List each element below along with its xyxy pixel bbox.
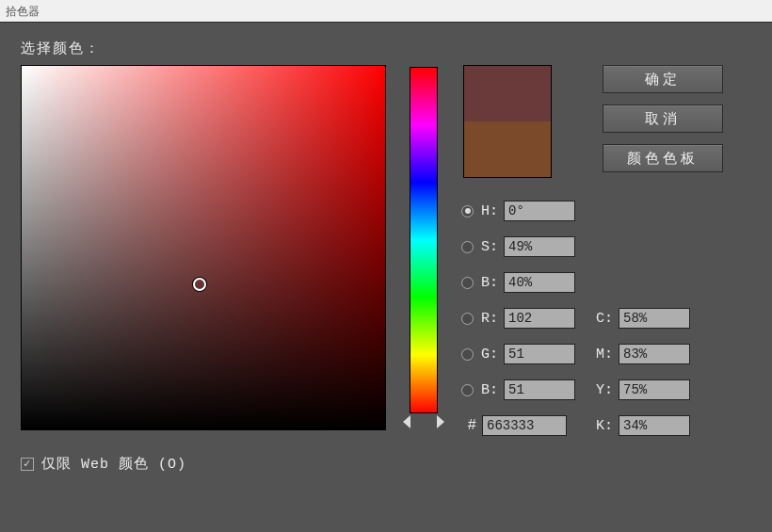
label-y: Y: [594, 382, 613, 398]
input-brgb[interactable]: 51 [504, 379, 575, 400]
saturation-value-field[interactable] [21, 65, 386, 430]
input-s[interactable]: 49% [504, 236, 575, 257]
hue-handle[interactable] [403, 415, 444, 428]
input-g[interactable]: 51 [504, 344, 575, 364]
hsb-rgb-column: H: 0° S: 49% B: 40% R: [461, 199, 575, 438]
radio-brgb[interactable] [461, 384, 474, 396]
web-only-row: ✓ 仅限 Web 颜色 (O) [21, 455, 751, 473]
radio-h[interactable] [461, 205, 474, 218]
new-color-swatch[interactable] [464, 66, 551, 121]
swatches-button[interactable]: 颜色色板 [603, 144, 723, 172]
input-r[interactable]: 102 [504, 308, 575, 329]
input-y[interactable]: 75% [619, 379, 690, 400]
sv-marker[interactable] [193, 278, 206, 291]
radio-b[interactable] [461, 277, 474, 289]
label-c: C: [594, 311, 613, 327]
input-m[interactable]: 83% [619, 344, 690, 364]
current-color-swatch[interactable] [464, 121, 551, 177]
input-bhsb[interactable]: 40% [504, 272, 575, 293]
hue-tri-left-icon [403, 415, 410, 428]
input-h[interactable]: 0° [504, 201, 575, 221]
radio-s[interactable] [461, 241, 474, 253]
web-only-label: 仅限 Web 颜色 (O) [41, 455, 186, 473]
hue-column [403, 65, 444, 438]
select-color-label: 选择颜色： [21, 40, 751, 57]
ok-button[interactable]: 确定 [603, 65, 723, 93]
label-s: S: [479, 239, 498, 255]
radio-r[interactable] [461, 313, 474, 325]
label-k: K: [594, 418, 613, 434]
window-title: 拾色器 [6, 5, 40, 18]
label-bhsb: B: [479, 275, 498, 291]
window-titlebar: 拾色器 [0, 0, 772, 23]
dialog-content: 选择颜色： 确定 取消 颜色色板 [0, 23, 772, 490]
radio-g[interactable] [461, 348, 474, 361]
hash-label: # [461, 417, 476, 434]
label-g: G: [479, 347, 498, 363]
web-only-checkbox[interactable]: ✓ [21, 458, 34, 471]
label-h: H: [479, 203, 498, 219]
label-r: R: [479, 311, 498, 327]
color-swatch-pair [463, 65, 552, 178]
input-hex[interactable]: 663333 [482, 415, 567, 436]
hue-tri-right-icon [437, 415, 444, 428]
hue-slider[interactable] [410, 67, 438, 413]
cmyk-column: C: 58% M: 83% Y: 75% K: 34% [594, 306, 690, 438]
input-c[interactable]: 58% [619, 308, 690, 329]
cancel-button[interactable]: 取消 [603, 105, 723, 133]
label-m: M: [594, 347, 613, 363]
input-k[interactable]: 34% [619, 415, 690, 436]
label-brgb: B: [479, 382, 498, 398]
